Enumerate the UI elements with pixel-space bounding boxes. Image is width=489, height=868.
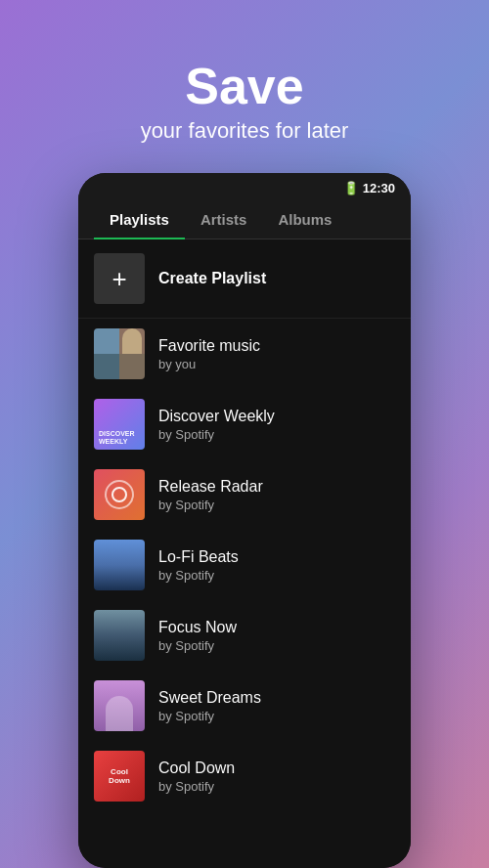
release-radar-thumb: [94, 469, 145, 520]
playlist-item-sweet-dreams[interactable]: Sweet Dreams by Spotify: [78, 671, 411, 741]
focus-now-thumb: [94, 610, 145, 661]
sweet-dreams-author: by Spotify: [158, 709, 395, 723]
favorite-music-info: Favorite music by you: [158, 337, 395, 371]
cool-down-author: by Spotify: [158, 779, 395, 794]
focus-now-info: Focus Now by Spotify: [158, 619, 395, 653]
playlist-item-favorite-music[interactable]: Favorite music by you: [78, 319, 411, 389]
focus-now-author: by Spotify: [158, 638, 395, 653]
status-bar: 🔋 12:30: [78, 173, 411, 199]
playlist-item-lofi-beats[interactable]: Lo-Fi Beats by Spotify: [78, 530, 411, 600]
favorite-music-name: Favorite music: [158, 337, 395, 355]
release-radar-author: by Spotify: [158, 498, 395, 512]
discover-weekly-info: Discover Weekly by Spotify: [158, 408, 395, 442]
lofi-beats-name: Lo-Fi Beats: [158, 548, 395, 566]
sweet-dreams-name: Sweet Dreams: [158, 689, 395, 707]
sweet-dreams-info: Sweet Dreams by Spotify: [158, 689, 395, 723]
plus-icon: +: [111, 266, 126, 291]
discover-weekly-thumb: DiscoverWeekly: [94, 399, 145, 450]
lofi-beats-thumb: [94, 540, 145, 590]
playlist-item-release-radar[interactable]: Release Radar by Spotify: [78, 459, 411, 530]
cool-down-name: Cool Down: [158, 760, 395, 777]
release-radar-name: Release Radar: [158, 478, 395, 496]
playlist-item-discover-weekly[interactable]: DiscoverWeekly Discover Weekly by Spotif…: [78, 389, 411, 459]
create-playlist-item[interactable]: + Create Playlist: [78, 239, 411, 319]
sweet-dreams-thumb: [94, 680, 145, 731]
tab-albums[interactable]: Albums: [262, 199, 347, 239]
favorite-music-author: by you: [158, 357, 395, 371]
phone-frame: 🔋 12:30 Playlists Artists Albums + Creat…: [78, 173, 411, 868]
playlist-item-cool-down[interactable]: CoolDown Cool Down by Spotify: [78, 741, 411, 811]
top-text-area: Save your favorites for later: [141, 0, 349, 173]
tabs-bar: Playlists Artists Albums: [78, 199, 411, 239]
page-subtitle: your favorites for later: [141, 118, 349, 144]
create-playlist-icon-box: +: [94, 253, 145, 304]
tab-playlists[interactable]: Playlists: [94, 199, 185, 239]
lofi-beats-author: by Spotify: [158, 568, 395, 583]
focus-now-name: Focus Now: [158, 619, 395, 636]
discover-weekly-author: by Spotify: [158, 427, 395, 442]
cool-down-info: Cool Down by Spotify: [158, 760, 395, 794]
playlist-list: + Create Playlist Favorite music by you: [78, 239, 411, 868]
create-playlist-label: Create Playlist: [158, 270, 266, 287]
discover-weekly-name: Discover Weekly: [158, 408, 395, 425]
playlist-item-focus-now[interactable]: Focus Now by Spotify: [78, 600, 411, 671]
release-radar-info: Release Radar by Spotify: [158, 478, 395, 512]
lofi-beats-info: Lo-Fi Beats by Spotify: [158, 548, 395, 583]
page-title: Save: [141, 59, 349, 114]
status-time: 12:30: [363, 181, 395, 195]
cool-down-thumb: CoolDown: [94, 751, 145, 802]
favorite-music-thumb: [94, 328, 145, 379]
tab-artists[interactable]: Artists: [185, 199, 263, 239]
battery-icon: 🔋: [343, 181, 359, 195]
